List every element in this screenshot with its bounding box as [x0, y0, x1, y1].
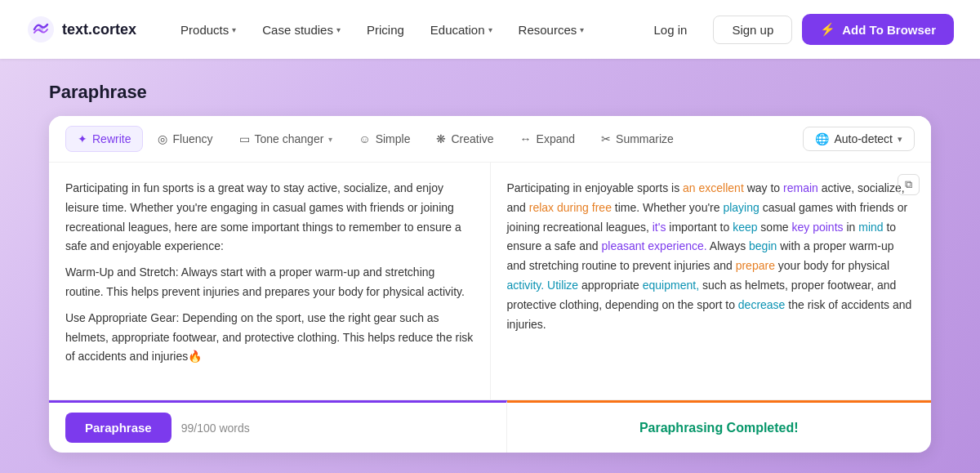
- logo-text: text.cortex: [62, 21, 136, 38]
- highlight-pleasant: pleasant experience.: [601, 239, 706, 252]
- chevron-down-icon: ▾: [488, 25, 492, 34]
- tab-fluency[interactable]: ◎ Fluency: [146, 127, 224, 151]
- highlight-its: it's: [653, 221, 666, 234]
- card-topbar: ✦ Rewrite ◎ Fluency ▭ Tone changer ▾ ☺ S…: [49, 116, 931, 163]
- highlight-begin: begin: [749, 239, 777, 252]
- expand-icon: ↔: [520, 132, 532, 145]
- highlight-activity: activity. Utilize: [507, 279, 579, 292]
- tab-summarize[interactable]: ✂ Summarize: [590, 127, 685, 151]
- summarize-icon: ✂: [601, 132, 611, 145]
- nav-case-studies[interactable]: Case studies ▾: [251, 16, 352, 43]
- input-panel[interactable]: Participating in fun sports is a great w…: [49, 163, 491, 399]
- creative-icon: ❋: [436, 132, 446, 145]
- highlight-playing: playing: [723, 201, 759, 214]
- chevron-down-icon: ▾: [336, 25, 341, 34]
- tone-icon: ▭: [239, 132, 250, 145]
- output-prefix: Participating in enjoyable sports is: [507, 181, 684, 194]
- language-selector[interactable]: 🌐 Auto-detect ▾: [803, 127, 915, 151]
- highlight-keep: keep: [733, 221, 757, 234]
- paraphrase-button[interactable]: Paraphrase: [65, 413, 172, 443]
- bottom-left: Paraphrase 99/100 words: [49, 400, 507, 453]
- signup-button[interactable]: Sign up: [713, 16, 792, 44]
- nav-actions: Log in Sign up ⚡ Add To Browser: [638, 14, 954, 45]
- paraphrasing-status: Paraphrasing Completed!: [639, 421, 799, 435]
- highlight-decrease: decrease: [738, 298, 786, 311]
- tabs-container: ✦ Rewrite ◎ Fluency ▭ Tone changer ▾ ☺ S…: [65, 126, 685, 152]
- bottom-bar: Paraphrase 99/100 words Paraphrasing Com…: [49, 399, 931, 453]
- chevron-down-icon: ▾: [328, 135, 332, 144]
- highlight-equipment: equipment,: [643, 279, 699, 292]
- highlight-key-points: key points: [792, 221, 844, 234]
- fluency-icon: ◎: [158, 132, 167, 145]
- paraphrase-card: ✦ Rewrite ◎ Fluency ▭ Tone changer ▾ ☺ S…: [49, 116, 931, 453]
- lightning-icon: ⚡: [820, 22, 835, 37]
- logo[interactable]: text.cortex: [26, 15, 136, 44]
- input-text-warmup: Warm-Up and Stretch: Always start with a…: [65, 263, 474, 302]
- main-content: Paraphrase ✦ Rewrite ◎ Fluency ▭ Tone ch…: [0, 59, 980, 473]
- header: text.cortex Products ▾ Case studies ▾ Pr…: [0, 0, 980, 59]
- globe-icon: 🌐: [815, 132, 829, 145]
- page-title: Paraphrase: [49, 82, 931, 103]
- input-text-gear: Use Appropriate Gear: Depending on the s…: [65, 309, 474, 367]
- word-count: 99/100 words: [181, 422, 250, 435]
- tab-creative[interactable]: ❋ Creative: [425, 127, 505, 151]
- login-button[interactable]: Log in: [638, 16, 704, 43]
- output-text: Participating in enjoyable sports is an …: [507, 179, 915, 334]
- tab-rewrite[interactable]: ✦ Rewrite: [65, 126, 143, 152]
- content-area: Participating in fun sports is a great w…: [49, 163, 931, 399]
- tab-tone-changer[interactable]: ▭ Tone changer ▾: [228, 127, 345, 151]
- highlight-mind: mind: [858, 221, 883, 234]
- input-text: Participating in fun sports is a great w…: [65, 179, 474, 257]
- highlight-remain: remain: [783, 181, 818, 194]
- nav-products[interactable]: Products ▾: [169, 16, 247, 43]
- main-nav: Products ▾ Case studies ▾ Pricing Educat…: [169, 16, 637, 43]
- nav-pricing[interactable]: Pricing: [355, 16, 416, 43]
- chevron-down-icon: ▾: [232, 25, 236, 34]
- add-to-browser-button[interactable]: ⚡ Add To Browser: [802, 14, 954, 45]
- copy-button[interactable]: ⧉: [898, 174, 920, 195]
- chevron-down-icon: ▾: [580, 25, 584, 34]
- highlight-relax: relax during free: [529, 201, 612, 214]
- simple-icon: ☺: [359, 132, 370, 145]
- output-panel: ⧉ Participating in enjoyable sports is a…: [491, 163, 932, 399]
- highlight-excellent: an excellent: [683, 181, 744, 194]
- nav-resources[interactable]: Resources ▾: [507, 16, 596, 43]
- highlight-prepare: prepare: [736, 259, 775, 272]
- tab-simple[interactable]: ☺ Simple: [347, 127, 421, 151]
- nav-education[interactable]: Education ▾: [419, 16, 504, 43]
- bottom-right: Paraphrasing Completed!: [507, 400, 932, 453]
- tab-expand[interactable]: ↔ Expand: [509, 127, 586, 151]
- logo-icon: [26, 15, 56, 44]
- sparkle-icon: ✦: [78, 132, 87, 145]
- chevron-down-icon: ▾: [898, 134, 902, 145]
- svg-point-1: [38, 27, 43, 32]
